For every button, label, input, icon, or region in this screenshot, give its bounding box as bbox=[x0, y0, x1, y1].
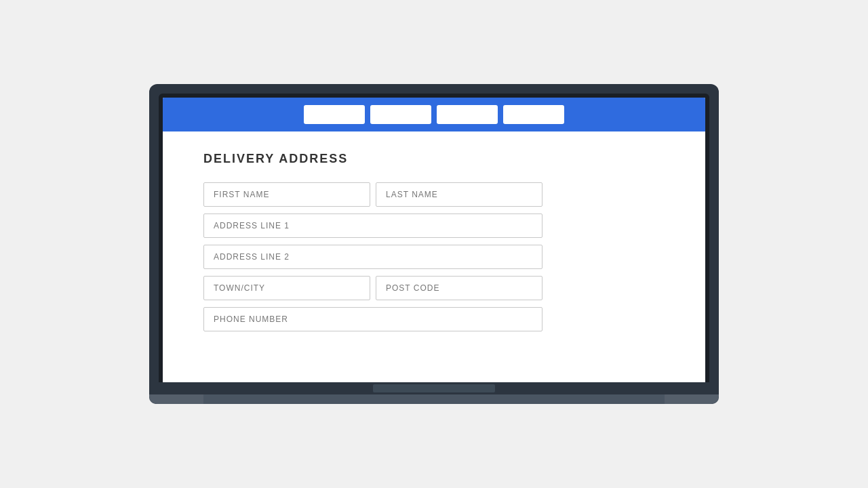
first-name-input[interactable] bbox=[203, 182, 370, 207]
nav-tab-1[interactable] bbox=[304, 105, 365, 124]
screen-shell: DELIVERY ADDRESS bbox=[149, 84, 719, 382]
address2-row bbox=[203, 245, 542, 269]
browser-nav bbox=[163, 98, 705, 131]
stand-left bbox=[149, 394, 203, 404]
delivery-address-form bbox=[203, 182, 542, 331]
address-line1-input[interactable] bbox=[203, 214, 542, 238]
name-row bbox=[203, 182, 542, 207]
nav-tab-3[interactable] bbox=[437, 105, 498, 124]
address1-row bbox=[203, 214, 542, 238]
laptop-stand bbox=[149, 394, 719, 404]
screen-bezel: DELIVERY ADDRESS bbox=[159, 94, 709, 382]
postcode-input[interactable] bbox=[376, 276, 542, 300]
page-title: DELIVERY ADDRESS bbox=[203, 152, 665, 166]
town-postcode-row bbox=[203, 276, 542, 300]
nav-tab-2[interactable] bbox=[370, 105, 431, 124]
laptop-base-body bbox=[149, 382, 719, 394]
phone-number-input[interactable] bbox=[203, 307, 542, 331]
address-line2-input[interactable] bbox=[203, 245, 542, 269]
nav-tab-4[interactable] bbox=[503, 105, 564, 124]
trackpad bbox=[373, 384, 495, 392]
town-city-input[interactable] bbox=[203, 276, 370, 300]
last-name-input[interactable] bbox=[376, 182, 542, 207]
phone-row bbox=[203, 307, 542, 331]
laptop-base bbox=[149, 382, 719, 404]
laptop-device: DELIVERY ADDRESS bbox=[149, 84, 719, 404]
page-body: DELIVERY ADDRESS bbox=[163, 131, 705, 382]
screen-content: DELIVERY ADDRESS bbox=[163, 98, 705, 382]
stand-right bbox=[665, 394, 719, 404]
